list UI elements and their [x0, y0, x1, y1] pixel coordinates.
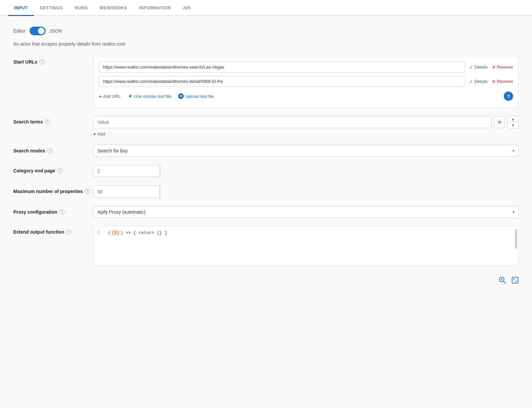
code-return-keyword: return: [139, 230, 154, 235]
search-modes-row: Search modes ? Search for buy ▾: [13, 145, 519, 157]
upload-icon: [178, 93, 184, 99]
svg-line-3: [504, 282, 506, 284]
url-2-remove-btn[interactable]: ✕ Remove: [492, 79, 513, 84]
max-properties-input-row: ▲ ▼: [93, 185, 160, 198]
zoom-icon[interactable]: [499, 277, 506, 286]
plus-icon-add-url: +: [99, 94, 102, 99]
start-urls-question-circle[interactable]: ?: [504, 92, 513, 101]
proxy-config-help-icon[interactable]: ?: [59, 209, 65, 215]
max-properties-input[interactable]: [93, 186, 160, 198]
url-item-2: ✓ Details ✕ Remove: [99, 76, 513, 87]
category-end-page-row: Category end page ? ▲ ▼: [13, 165, 519, 177]
details-checkmark-2: ✓: [469, 79, 473, 84]
plus-icon-search: +: [93, 131, 96, 137]
remove-xmark-1: ✕: [492, 65, 496, 70]
expand-icon[interactable]: [511, 277, 519, 286]
max-properties-up-button[interactable]: ▲: [160, 186, 160, 192]
url-1-details-btn[interactable]: ✓ Details: [469, 65, 488, 70]
top-nav: INPUT SETTINGS RUNS WEBHOOKS INFORMATION…: [0, 0, 532, 16]
upload-text-file-button[interactable]: Upload text file: [178, 93, 214, 99]
tab-input[interactable]: INPUT: [8, 0, 34, 16]
start-urls-control: ✓ Details ✕ Remove ✓ Details: [93, 56, 519, 108]
code-dollar-sign: {$}: [111, 230, 120, 236]
clear-search-terms-button[interactable]: ✕: [494, 116, 505, 128]
main-content: Editor JSON An actor that scrapes proper…: [0, 16, 532, 407]
proxy-config-control: Apify Proxy (automatic) ▾: [93, 206, 519, 218]
search-terms-control: ✕ ▲ ▼ + Add: [93, 116, 519, 137]
url-input-1[interactable]: [99, 62, 465, 73]
search-terms-input[interactable]: [93, 116, 491, 128]
category-end-page-arrows: ▲ ▼: [160, 165, 160, 177]
category-end-page-help-icon[interactable]: ?: [57, 168, 63, 173]
code-editor[interactable]: 1 ({$}) => { return {} }: [93, 226, 519, 266]
url-actions-row: + Add URL Link remote text file: [99, 90, 513, 102]
tab-information[interactable]: INFORMATION: [133, 0, 177, 16]
category-end-page-down-button[interactable]: ▼: [160, 171, 160, 177]
start-urls-row: Start URLs ? ✓ Details ✕ Remove: [13, 56, 519, 108]
url-1-remove-btn[interactable]: ✕ Remove: [492, 65, 513, 70]
code-content-1: ({$}) => { return {} }: [108, 230, 167, 235]
search-modes-control: Search for buy ▾: [93, 145, 519, 157]
max-properties-label: Maximum number of properties ?: [13, 185, 93, 194]
search-modes-select[interactable]: Search for buy: [93, 145, 519, 157]
search-modes-label: Search modes ?: [13, 145, 93, 153]
json-label: JSON: [50, 28, 62, 34]
actor-description: An actor that scrapes property details f…: [13, 41, 519, 47]
code-bracket-open: (: [108, 230, 111, 235]
url-list-container: ✓ Details ✕ Remove ✓ Details: [93, 56, 519, 108]
add-url-button[interactable]: + Add URL: [99, 94, 121, 99]
max-properties-control: ▲ ▼: [93, 185, 519, 198]
proxy-config-label: Proxy configuration ?: [13, 206, 93, 215]
max-properties-help-icon[interactable]: ?: [85, 189, 90, 194]
search-terms-arrow-buttons: ▲ ▼: [507, 116, 519, 128]
code-scrollbar[interactable]: [515, 229, 517, 249]
search-modes-dropdown-wrapper: Search for buy ▾: [93, 145, 519, 157]
url-input-2[interactable]: [99, 76, 465, 87]
proxy-config-row: Proxy configuration ? Apify Proxy (autom…: [13, 206, 519, 218]
search-terms-up-button[interactable]: ▲: [508, 116, 518, 122]
toggle-thumb: [38, 28, 45, 34]
extend-output-row: Extend output function ? 1 ({$}) => { re…: [13, 226, 519, 266]
url-2-details-btn[interactable]: ✓ Details: [469, 79, 488, 84]
tab-api[interactable]: API: [177, 0, 197, 16]
max-properties-row: Maximum number of properties ? ▲ ▼: [13, 185, 519, 198]
extend-output-control: 1 ({$}) => { return {} }: [93, 226, 519, 266]
line-number-1: 1: [97, 230, 103, 235]
search-terms-row: Search terms ? ✕ ▲ ▼ + Add: [13, 116, 519, 137]
link-remote-button[interactable]: Link remote text file: [127, 94, 172, 99]
details-checkmark-1: ✓: [469, 65, 473, 70]
tab-webhooks[interactable]: WEBHOOKS: [94, 0, 133, 16]
max-properties-down-button[interactable]: ▼: [160, 192, 160, 198]
search-terms-down-button[interactable]: ▼: [508, 122, 518, 128]
proxy-config-dropdown-wrapper: Apify Proxy (automatic) ▾: [93, 206, 519, 218]
editor-label: Editor: [13, 28, 26, 34]
search-terms-help-icon[interactable]: ?: [45, 119, 50, 124]
tab-settings[interactable]: SETTINGS: [34, 0, 69, 16]
start-urls-label: Start URLs ?: [13, 56, 93, 65]
category-end-page-up-button[interactable]: ▲: [160, 165, 160, 171]
extend-output-help-icon[interactable]: ?: [66, 229, 71, 235]
extend-output-label: Extend output function ?: [13, 226, 93, 235]
start-urls-help-icon[interactable]: ?: [39, 59, 45, 65]
proxy-config-select[interactable]: Apify Proxy (automatic): [93, 206, 519, 218]
search-terms-label: Search terms ?: [13, 116, 93, 124]
editor-json-toggle[interactable]: [30, 27, 46, 35]
category-end-page-label: Category end page ?: [13, 165, 93, 173]
editor-json-toggle-row: Editor JSON: [13, 27, 519, 35]
link-icon: [127, 94, 133, 99]
code-brace-close: }: [165, 230, 167, 235]
category-end-page-input-row: ▲ ▼: [93, 165, 160, 177]
svg-rect-6: [512, 277, 518, 283]
code-empty-object: {}: [157, 230, 164, 235]
category-end-page-input[interactable]: [93, 165, 160, 177]
code-bracket-close: ): [120, 230, 123, 235]
code-line-1: 1 ({$}) => { return {} }: [97, 230, 514, 235]
add-search-term-button[interactable]: + Add: [93, 131, 519, 137]
code-brace-open: {: [133, 230, 139, 235]
search-terms-input-row: ✕ ▲ ▼: [93, 116, 519, 128]
category-end-page-control: ▲ ▼: [93, 165, 519, 177]
search-modes-help-icon[interactable]: ?: [47, 148, 53, 153]
remove-xmark-2: ✕: [492, 79, 496, 84]
code-arrow: =>: [126, 230, 133, 235]
tab-runs[interactable]: RUNS: [69, 0, 94, 16]
